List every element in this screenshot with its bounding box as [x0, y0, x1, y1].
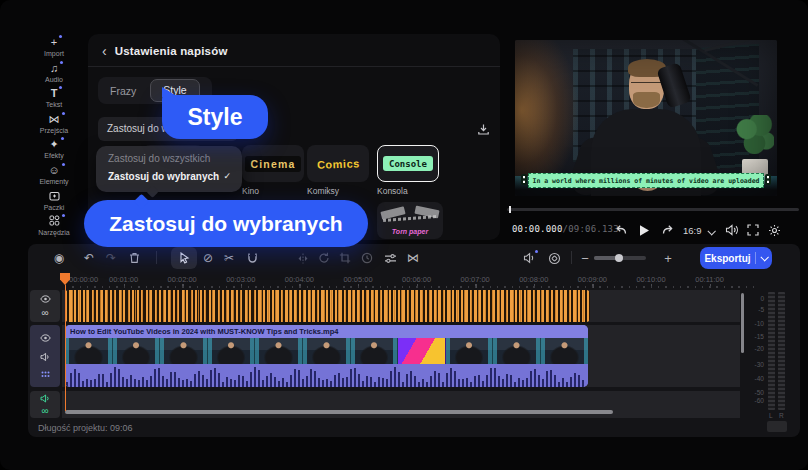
timeline-panel: ◉ ↶ ↷ ⊘ ✂ ⋈ — [28, 244, 800, 437]
select-tool-icon[interactable] — [175, 249, 193, 267]
export-label: Eksportuj — [700, 253, 755, 264]
blade-tool-icon[interactable]: ⊘ — [199, 249, 217, 267]
link-icon[interactable]: ∞ — [41, 406, 48, 415]
preview-playhead[interactable] — [509, 206, 511, 213]
transition-icon[interactable]: ⋈ — [404, 249, 422, 267]
mirror-icon[interactable] — [294, 249, 312, 267]
sidebar-item-tekst[interactable]: T Tekst — [28, 87, 80, 113]
style-card-cinema[interactable]: Cinema — [242, 145, 304, 182]
ruler-label: 00:06:00 — [402, 275, 431, 284]
settings-gear-icon[interactable] — [766, 222, 782, 238]
timeline-zoom-slider[interactable] — [594, 256, 646, 260]
meter-scale-label: -50 — [748, 389, 764, 396]
clip-filename: How to Edit YouTube Videos in 2024 with … — [65, 325, 588, 338]
clip-thumbnail — [255, 338, 303, 364]
chevron-down-icon[interactable] — [703, 224, 719, 240]
video-track-clip[interactable]: How to Edit YouTube Videos in 2024 with … — [65, 325, 588, 387]
dots-grid-icon[interactable] — [41, 371, 50, 378]
clip-thumbnail — [208, 338, 256, 364]
play-icon[interactable] — [636, 222, 652, 238]
menu-item-apply-all[interactable]: Zastosuj do wszystkich — [108, 153, 210, 164]
export-button[interactable]: Eksportuj — [700, 247, 772, 269]
style-card-comics[interactable]: Comics — [307, 145, 369, 182]
panel-title: Ustawienia napisów — [115, 45, 228, 57]
plus-icon: + — [51, 36, 57, 49]
audio-speaker-icon[interactable] — [40, 394, 51, 403]
clip-thumbnail — [493, 338, 541, 364]
meter-scale-label: -15 — [748, 333, 764, 340]
tab-frazy[interactable]: Frazy — [98, 85, 148, 97]
zoom-out-icon[interactable]: − — [576, 249, 594, 267]
ruler-label: 00:11:00 — [695, 275, 724, 284]
style-card-console[interactable]: Console — [377, 145, 439, 182]
player-controls: 00:00.000/09:06.133 16:9 — [505, 218, 803, 242]
sidebar-item-paczki[interactable]: Paczki — [28, 190, 80, 216]
media-sidebar: + Import ♫ Audio T Tekst ⋈ Przejścia ✦ E… — [28, 36, 80, 241]
clip-thumbnail — [541, 338, 588, 364]
download-icon[interactable] — [477, 122, 490, 140]
eye-icon[interactable] — [40, 334, 51, 342]
split-icon[interactable]: ✂ — [220, 249, 238, 267]
style-card-caption: Konsola — [377, 186, 408, 196]
style-card-caption: Komiksy — [307, 186, 339, 196]
tooltip-pointer — [162, 87, 178, 97]
voiceover-icon[interactable] — [520, 249, 538, 267]
meter-scale-label: -10 — [748, 320, 764, 327]
delete-icon[interactable] — [125, 249, 143, 267]
console-style-preview: Console — [383, 156, 433, 171]
preview-seek-bar[interactable] — [507, 208, 799, 211]
eye-icon[interactable] — [40, 295, 51, 303]
sidebar-item-elementy[interactable]: ☺ Elementy — [28, 164, 80, 190]
sidebar-item-label: Audio — [45, 76, 63, 83]
caption-overlay[interactable]: In a world where millions of minutes of … — [528, 173, 764, 188]
clip-thumbnail — [303, 338, 351, 364]
fullscreen-icon[interactable] — [745, 222, 761, 238]
timecode-total: /09:06.133 — [563, 224, 619, 234]
sidebar-item-narzedzia[interactable]: Narzędzia — [28, 215, 80, 241]
notification-dot — [59, 35, 62, 38]
sidebar-item-import[interactable]: + Import — [28, 36, 80, 62]
menu-item-apply-selected[interactable]: Zastosuj do wybranych — [108, 171, 219, 182]
ruler-minor-ticks — [65, 286, 757, 288]
volume-icon[interactable] — [724, 222, 740, 238]
vu-meter-left — [768, 292, 775, 410]
back-chevron-icon[interactable]: ‹ — [102, 44, 107, 58]
redo-icon[interactable]: ↷ — [102, 249, 120, 267]
horizontal-scrollbar[interactable] — [65, 410, 613, 414]
sidebar-item-przejscia[interactable]: ⋈ Przejścia — [28, 113, 80, 139]
meter-channel-label: L — [769, 412, 773, 419]
rotate-icon[interactable] — [315, 249, 333, 267]
zoom-slider-knob[interactable] — [615, 254, 623, 262]
mixer-icon[interactable] — [381, 249, 399, 267]
divider — [156, 251, 157, 264]
notification-dot — [61, 137, 64, 140]
ruler-label: 00:08:00 — [519, 275, 548, 284]
vertical-scrollbar[interactable] — [741, 293, 744, 353]
style-card-torn-paper[interactable]: Torn paper — [377, 202, 443, 239]
aspect-ratio-select[interactable]: 16:9 — [683, 225, 702, 236]
crop-icon[interactable] — [336, 249, 354, 267]
jump-back-icon[interactable] — [613, 222, 629, 238]
ruler-label: 00:07:00 — [461, 275, 490, 284]
sidebar-item-audio[interactable]: ♫ Audio — [28, 62, 80, 88]
caption-handle-left[interactable] — [521, 174, 527, 185]
export-chevron-icon[interactable] — [756, 255, 772, 261]
tooltip-style-label: Style — [188, 104, 243, 131]
ruler-label: 00:10:00 — [636, 275, 665, 284]
captions-track-clip[interactable] — [65, 290, 590, 322]
record-audio-icon[interactable]: ◉ — [50, 249, 68, 267]
magnet-icon[interactable] — [243, 249, 261, 267]
menu-caret — [146, 185, 159, 198]
link-icon[interactable]: ∞ — [41, 308, 48, 317]
zoom-in-icon[interactable]: + — [659, 249, 677, 267]
speed-icon[interactable] — [358, 249, 376, 267]
clip-thumbnail — [65, 338, 113, 364]
jump-forward-icon[interactable] — [659, 222, 675, 238]
sidebar-item-efekty[interactable]: ✦ Efekty — [28, 138, 80, 164]
caption-handle-right[interactable] — [765, 174, 771, 185]
mute-speaker-icon[interactable] — [40, 352, 51, 362]
undo-icon[interactable]: ↶ — [80, 249, 98, 267]
sidebar-item-label: Import — [44, 50, 64, 57]
cover-icon[interactable] — [545, 249, 563, 267]
video-frame[interactable]: In a world where millions of minutes of … — [515, 40, 777, 196]
